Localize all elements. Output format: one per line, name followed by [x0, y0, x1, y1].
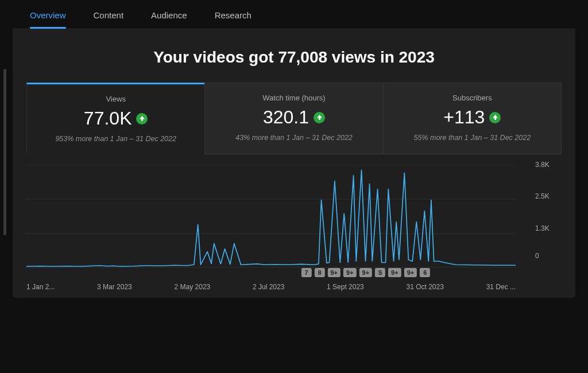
metric-views[interactable]: Views 77.0K 953% more than 1 Jan – 31 De… [26, 83, 204, 154]
metric-watch-time[interactable]: Watch time (hours) 320.1 43% more than 1… [204, 83, 382, 154]
tab-research[interactable]: Research [215, 10, 252, 28]
metric-value: +113 [443, 107, 501, 128]
upload-marker: 9+ [388, 268, 401, 277]
tab-audience[interactable]: Audience [151, 10, 187, 28]
metric-delta: 43% more than 1 Jan – 31 Dec 2022 [212, 134, 376, 142]
arrow-up-icon [136, 113, 148, 125]
metric-value: 320.1 [263, 107, 325, 128]
tab-overview[interactable]: Overview [30, 10, 66, 28]
metric-value: 77.0K [84, 108, 148, 129]
scrollbar-vertical[interactable] [3, 69, 6, 235]
analytics-tabs: Overview Content Audience Research [13, 0, 575, 29]
views-chart: 3.8K 2.5K 1.3K 0 789+9+9+S9+9+6 1 Jan 2.… [26, 165, 562, 291]
overview-panel: Your videos got 77,008 views in 2023 Vie… [13, 29, 575, 298]
upload-marker: 9+ [327, 268, 341, 277]
chart-y-axis: 3.8K 2.5K 1.3K 0 [529, 165, 562, 268]
metric-title: Subscribers [390, 94, 554, 102]
upload-marker: 9+ [343, 268, 357, 277]
metric-subscribers[interactable]: Subscribers +113 55% more than 1 Jan – 3… [383, 83, 562, 154]
chart-x-axis: 1 Jan 2... 3 Mar 2023 2 May 2023 2 Jul 2… [26, 279, 516, 291]
upload-marker: 9+ [359, 268, 373, 277]
page-title: Your videos got 77,008 views in 2023 [13, 29, 575, 83]
metrics-row: Views 77.0K 953% more than 1 Jan – 31 De… [26, 83, 562, 154]
upload-marker: 6 [420, 268, 430, 277]
upload-marker: S [375, 268, 385, 277]
chart-plot[interactable] [26, 165, 516, 268]
metric-title: Views [34, 95, 198, 103]
upload-marker: 8 [314, 268, 324, 277]
metric-delta: 953% more than 1 Jan – 31 Dec 2022 [34, 135, 198, 143]
tab-content[interactable]: Content [94, 10, 124, 28]
arrow-up-icon [489, 112, 501, 123]
metric-title: Watch time (hours) [212, 94, 376, 102]
upload-markers: 789+9+9+S9+9+6 [0, 268, 477, 277]
upload-marker: 9+ [404, 268, 417, 277]
metric-delta: 55% more than 1 Jan – 31 Dec 2022 [390, 134, 554, 142]
arrow-up-icon [314, 112, 325, 123]
upload-marker: 7 [301, 268, 311, 277]
